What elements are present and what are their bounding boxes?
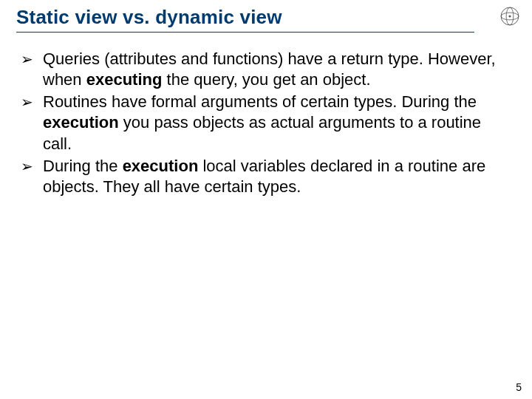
- slide: Static view vs. dynamic view ➢ Queries (…: [0, 0, 532, 399]
- eth-chair-logo-icon: [499, 6, 520, 27]
- bullet-text: Routines have formal arguments of certai…: [43, 92, 510, 154]
- bullet-glyph-icon: ➢: [21, 49, 43, 69]
- bullet-item: ➢ Routines have formal arguments of cert…: [21, 92, 510, 154]
- bullet-text-post: the query, you get an object.: [162, 70, 370, 89]
- svg-point-3: [508, 15, 511, 17]
- bullet-text-bold: execution: [43, 113, 119, 132]
- bullet-glyph-icon: ➢: [21, 156, 43, 177]
- bullet-text-bold: executing: [86, 70, 163, 89]
- bullet-text: Queries (attributes and functions) have …: [43, 49, 510, 90]
- page-number: 5: [516, 381, 522, 393]
- bullet-item: ➢ During the execution local variables d…: [21, 156, 510, 197]
- slide-title: Static view vs. dynamic view: [16, 6, 474, 33]
- slide-body: ➢ Queries (attributes and functions) hav…: [16, 49, 516, 197]
- bullet-text-bold: execution: [123, 157, 199, 175]
- bullet-glyph-icon: ➢: [21, 92, 43, 112]
- bullet-list: ➢ Queries (attributes and functions) hav…: [21, 49, 510, 197]
- bullet-text-pre: Routines have formal arguments of certai…: [43, 92, 477, 111]
- bullet-item: ➢ Queries (attributes and functions) hav…: [21, 49, 510, 90]
- bullet-text-pre: During the: [43, 157, 123, 175]
- bullet-text: During the execution local variables dec…: [43, 156, 510, 197]
